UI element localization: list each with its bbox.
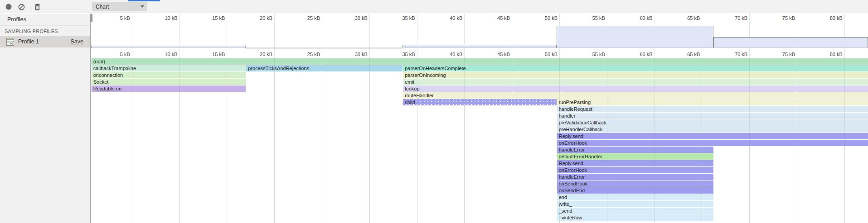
flame-bar[interactable]: Socket: [91, 79, 246, 85]
delete-profile-button[interactable]: [33, 3, 41, 11]
view-mode-value: Chart: [96, 4, 109, 10]
ruler-tick-label: 75 kB: [768, 50, 795, 59]
flame-bar[interactable]: Reply.send: [557, 160, 713, 166]
toolbar-separator: [30, 3, 30, 10]
ruler-tick-label: 75 kB: [768, 14, 795, 23]
flame-bar[interactable]: onErrorHook: [557, 167, 713, 173]
ruler-tick-label: 30 kB: [340, 50, 368, 59]
record-button[interactable]: [5, 3, 13, 11]
ruler-tick-label: 35 kB: [388, 50, 415, 59]
flame-bar[interactable]: parserOnIncoming: [402, 72, 868, 78]
ruler-tick-label: 10 kB: [150, 50, 178, 59]
ruler-tick-label: 30 kB: [340, 14, 368, 23]
flame-bar[interactable]: (root): [91, 58, 868, 65]
profile-name: Profile 1: [18, 38, 71, 45]
overview-area-segment: [713, 37, 868, 48]
ruler-tick-label: 70 kB: [720, 14, 747, 23]
flame-chart-canvas[interactable]: (root)callbackTrampolineprocessTicksAndR…: [91, 58, 868, 223]
ruler-tick-label: 15 kB: [198, 50, 225, 59]
ruler-tick-label: 50 kB: [530, 50, 558, 59]
flame-bar[interactable]: preValidationCallback: [557, 119, 868, 126]
ruler-tick-label: 55 kB: [578, 14, 605, 23]
flame-bar[interactable]: lookup: [402, 85, 868, 92]
ruler-tick-label: 60 kB: [626, 50, 653, 59]
overview-ruler: 5 kB10 kB15 kB20 kB25 kB30 kB35 kB40 kB4…: [91, 14, 868, 23]
flame-bar[interactable]: onErrorHook: [557, 140, 868, 146]
memory-overview-strip[interactable]: [91, 22, 868, 48]
clear-icon: [18, 4, 25, 10]
flame-bar[interactable]: runPreParsing: [557, 99, 868, 105]
flame-bar[interactable]: preHandlerCallback: [557, 126, 868, 133]
flame-bar[interactable]: emit: [402, 79, 868, 85]
flame-bar[interactable]: Readable.on: [91, 85, 246, 92]
flame-bar[interactable]: defaultErrorHandler: [557, 153, 713, 160]
trash-icon: [34, 4, 40, 10]
flame-bar[interactable]: _send: [557, 208, 713, 214]
flame-bar[interactable]: _writeRaw: [557, 214, 713, 221]
clear-all-button[interactable]: [17, 3, 25, 11]
toolbar: Chart: [0, 0, 868, 13]
flame-bar[interactable]: onSendHook: [557, 180, 713, 187]
flame-bar[interactable]: routeHandler: [402, 92, 868, 99]
ruler-tick-label: 20 kB: [245, 50, 272, 59]
save-profile-link[interactable]: Save: [71, 38, 84, 45]
ruler-tick-label: 80 kB: [815, 14, 843, 23]
sidebar-title: Profiles: [0, 14, 90, 26]
ruler-tick-label: 80 kB: [815, 50, 843, 59]
overview-area-segment: [246, 48, 402, 48]
sampling-profiles-section-label: SAMPLING PROFILES: [0, 26, 90, 36]
ruler-tick-label: 5 kB: [103, 50, 130, 59]
ruler-tick-label: 55 kB: [578, 50, 605, 59]
ruler-tick-label: 65 kB: [673, 50, 700, 59]
flame-bar[interactable]: write_: [557, 201, 713, 207]
memory-profiler-panel: Chart Profiles SAMPLING PROFILES % Profi…: [0, 0, 868, 223]
flame-bar[interactable]: end: [557, 194, 713, 200]
ruler-tick-label: 5 kB: [103, 14, 130, 23]
profiles-sidebar: Profiles SAMPLING PROFILES % Profile 1 S…: [0, 14, 91, 223]
flame-bar[interactable]: processTicksAndRejections: [246, 65, 402, 71]
flame-bar[interactable]: callbackTrampoline: [91, 65, 246, 71]
ruler-tick-label: 65 kB: [673, 14, 700, 23]
ruler-tick-label: 10 kB: [150, 14, 178, 23]
ruler-tick-label: 50 kB: [530, 14, 558, 23]
profile-icon: %: [6, 38, 14, 46]
flame-chart-ruler: 5 kB10 kB15 kB20 kB25 kB30 kB35 kB40 kB4…: [91, 50, 868, 59]
svg-text:%: %: [10, 42, 13, 46]
sidebar-item-profile-1[interactable]: % Profile 1 Save: [0, 36, 90, 47]
ruler-tick-label: 40 kB: [435, 50, 462, 59]
chevron-down-icon: [141, 5, 144, 8]
record-icon: [5, 4, 12, 10]
ruler-tick-label: 45 kB: [483, 14, 510, 23]
ruler-tick-label: 45 kB: [483, 50, 510, 59]
overview-area-segment: [557, 26, 713, 48]
allocation-flame-chart: 5 kB10 kB15 kB20 kB25 kB30 kB35 kB40 kB4…: [91, 14, 868, 223]
ruler-tick-label: 35 kB: [388, 14, 415, 23]
overview-baseline: [91, 47, 868, 48]
flame-bar[interactable]: handler: [557, 113, 868, 119]
view-mode-select[interactable]: Chart: [92, 2, 147, 11]
flame-bar[interactable]: handleError: [557, 147, 713, 153]
flame-bar[interactable]: child: [402, 99, 557, 105]
active-tab-indicator: [128, 0, 160, 1]
ruler-tick-label: 25 kB: [293, 14, 320, 23]
ruler-tick-label: 70 kB: [720, 50, 747, 59]
flame-bar[interactable]: onSendEnd: [557, 187, 713, 194]
ruler-tick-label: 25 kB: [293, 50, 320, 59]
scrollbar-thumb[interactable]: [91, 14, 92, 22]
ruler-tick-label: 40 kB: [435, 14, 462, 23]
ruler-tick-label: 60 kB: [626, 14, 653, 23]
ruler-tick-label: 20 kB: [245, 14, 272, 23]
flame-bar[interactable]: Reply.send: [557, 133, 868, 139]
flame-bar[interactable]: handleRequest: [557, 106, 868, 112]
flame-bar[interactable]: handleError: [557, 174, 713, 180]
flame-bar[interactable]: parserOnHeadersComplete: [402, 65, 868, 71]
ruler-tick-label: 15 kB: [198, 14, 225, 23]
flame-bar[interactable]: onconnection: [91, 72, 246, 78]
